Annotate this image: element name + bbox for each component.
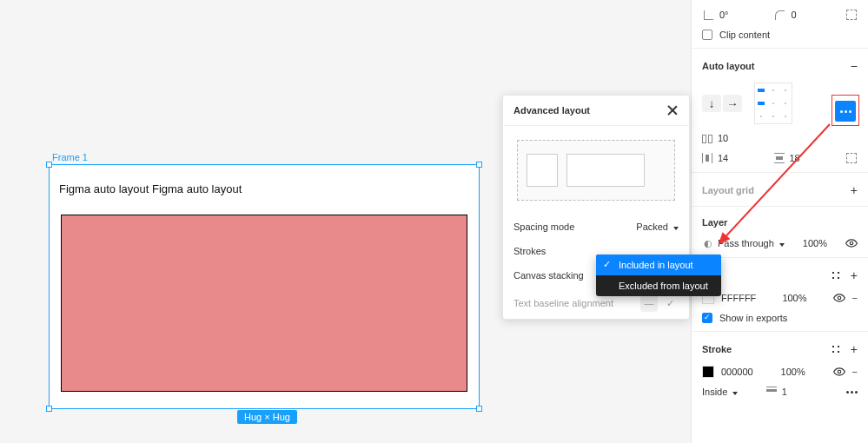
independent-corners-icon[interactable] (845, 9, 858, 21)
svg-point-3 (838, 370, 841, 374)
auto-layout-advanced-button[interactable] (835, 101, 856, 122)
remove-stroke-button[interactable]: − (852, 367, 858, 377)
inspector-panel: 0° 0 Clip content Auto layout − ↓ → 10 1… (691, 0, 868, 443)
stroke-hex[interactable]: 000000 (721, 367, 753, 377)
layer-opacity[interactable]: 100% (803, 238, 827, 248)
dropdown-item-included[interactable]: Included in layout (596, 255, 721, 275)
padding-h-field[interactable]: 14 (702, 153, 754, 163)
padding-horizontal-icon (702, 153, 712, 163)
spacing-mode-label: Spacing mode (514, 222, 574, 232)
direction-horizontal-button[interactable]: → (723, 95, 742, 112)
stroke-width-icon (766, 387, 777, 397)
strokes-dropdown: Included in layout Excluded from layout (596, 255, 721, 296)
chevron-down-icon (672, 222, 679, 232)
text-baseline-label: Text baseline alignment (514, 298, 613, 308)
styles-icon[interactable] (830, 269, 842, 281)
stroke-swatch[interactable] (702, 366, 714, 378)
eye-icon[interactable] (833, 366, 845, 378)
blend-icon: ◐ (702, 237, 714, 249)
show-in-exports-row[interactable]: Show in exports (692, 308, 868, 327)
strokes-label: Strokes (514, 246, 546, 256)
canvas-stacking-label: Canvas stacking (514, 270, 584, 281)
add-stroke-button[interactable]: + (851, 342, 858, 356)
spacing-mode-row[interactable]: Spacing mode Packed (503, 215, 689, 239)
remove-fill-button[interactable]: − (852, 293, 858, 303)
corner-radius-icon (774, 9, 786, 21)
layout-grid-section[interactable]: Layout grid + (692, 176, 868, 202)
frame-label[interactable]: Frame 1 (52, 152, 88, 162)
advanced-layout-title: Advanced layout (514, 105, 590, 116)
stroke-width-field[interactable]: 1 (766, 387, 818, 397)
gap-icon (702, 133, 712, 143)
rotation-icon (702, 9, 714, 21)
add-fill-button[interactable]: + (851, 268, 858, 282)
fill-opacity[interactable]: 100% (782, 293, 806, 303)
baseline-off-icon: — (640, 294, 658, 312)
padding-vertical-icon (774, 153, 785, 163)
chevron-down-icon (731, 387, 738, 397)
remove-auto-layout-button[interactable]: − (851, 59, 858, 73)
direction-vertical-button[interactable]: ↓ (702, 95, 721, 112)
dropdown-item-excluded[interactable]: Excluded from layout (596, 275, 721, 296)
alignment-grid[interactable] (754, 83, 792, 124)
stroke-advanced-button[interactable] (846, 391, 858, 393)
show-in-exports-label: Show in exports (719, 313, 787, 323)
blend-mode-select[interactable]: ◐ Pass through (702, 237, 785, 249)
stroke-opacity[interactable]: 100% (781, 367, 805, 377)
chevron-down-icon (778, 238, 785, 248)
corner-radius-field[interactable]: 0 (774, 9, 826, 21)
clip-content-label: Clip content (719, 30, 770, 40)
auto-layout-section: Auto layout − (692, 52, 868, 78)
spacing-mode-value: Packed (636, 222, 668, 232)
hug-badge: Hug × Hug (237, 410, 297, 424)
styles-icon[interactable] (830, 343, 842, 355)
stroke-position-select[interactable]: Inside (702, 387, 738, 397)
inner-rectangle[interactable] (61, 215, 467, 392)
layout-preview (517, 140, 675, 201)
frame-text: Figma auto layout Figma auto layout (59, 182, 242, 195)
preview-box (527, 154, 558, 187)
independent-padding-icon[interactable] (845, 152, 858, 164)
svg-point-2 (838, 296, 841, 300)
close-icon[interactable] (666, 104, 679, 116)
fill-hex[interactable]: FFFFFF (721, 293, 756, 303)
gap-field[interactable]: 10 (702, 133, 754, 143)
show-in-exports-checkbox[interactable] (702, 313, 712, 323)
stroke-section: Stroke + (692, 335, 868, 361)
preview-box (567, 154, 645, 187)
layer-section: Layer (692, 210, 868, 233)
eye-icon[interactable] (833, 292, 845, 304)
svg-point-1 (850, 241, 853, 245)
clip-content-checkbox[interactable] (702, 30, 712, 40)
padding-v-field[interactable]: 18 (774, 153, 826, 163)
rotation-field[interactable]: 0° (702, 9, 754, 21)
clip-content-row[interactable]: Clip content (692, 25, 868, 44)
eye-icon[interactable] (845, 237, 858, 249)
baseline-on-icon: ✓ (661, 294, 679, 312)
add-layout-grid-button[interactable]: + (851, 183, 858, 197)
